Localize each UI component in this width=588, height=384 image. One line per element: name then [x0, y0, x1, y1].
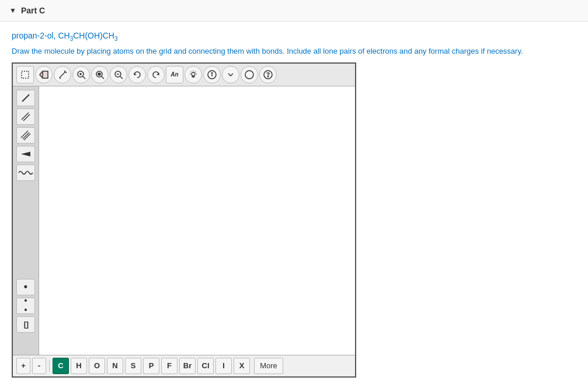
wavy-bond-button[interactable] [16, 165, 35, 181]
triple-bond-button[interactable] [16, 127, 35, 144]
element-cl-button[interactable]: Cl [197, 358, 214, 374]
element-p-button[interactable]: P [143, 358, 159, 374]
element-x-button[interactable]: X [234, 358, 250, 374]
divider [49, 360, 50, 372]
svg-point-16 [192, 72, 195, 76]
lone-pair-single-icon: • [24, 281, 27, 293]
help-button[interactable] [259, 66, 277, 83]
left-tools: • •• [ ] [13, 86, 39, 355]
double-bond-button[interactable] [16, 109, 35, 125]
light-button[interactable] [185, 66, 202, 83]
zoom-in-button[interactable] [72, 66, 90, 83]
canvas-area[interactable] [39, 86, 355, 355]
svg-marker-36 [21, 152, 30, 156]
svg-rect-23 [192, 76, 194, 77]
molecule-name-text: propan-2-ol, [12, 31, 56, 40]
svg-line-7 [83, 76, 85, 79]
single-bond-button[interactable] [16, 90, 35, 106]
svg-line-30 [22, 95, 29, 102]
lone-pair-double-icon: •• [25, 296, 27, 315]
molecule-formula: CH3CH(OH)CH3 [58, 31, 117, 40]
element-n-button[interactable]: N [107, 358, 123, 374]
svg-rect-0 [22, 71, 29, 78]
drawing-container: An [12, 62, 356, 378]
svg-line-22 [196, 72, 196, 72]
svg-line-14 [120, 76, 123, 79]
svg-point-26 [211, 72, 213, 74]
svg-line-4 [60, 78, 61, 79]
bottom-toolbar: + - C H O N S P F Br Cl I X More [13, 355, 355, 376]
element-h-button[interactable]: H [71, 358, 87, 374]
undo-button[interactable] [128, 66, 146, 83]
bracket-button[interactable]: [ ] [16, 316, 35, 333]
zoom-fit-button[interactable] [91, 66, 109, 83]
wedge-bond-button[interactable] [16, 146, 35, 162]
svg-point-12 [98, 73, 100, 75]
top-toolbar: An [13, 64, 355, 86]
element-c-button[interactable]: C [53, 358, 69, 374]
select-rect-button[interactable] [16, 66, 34, 83]
molecule-name: propan-2-ol, CH3CH(OH)CH3 [12, 31, 576, 42]
svg-point-27 [245, 71, 253, 79]
zoom-minus-button[interactable]: - [32, 358, 46, 374]
collapse-arrow-icon[interactable]: ▼ [9, 6, 16, 15]
svg-line-3 [60, 72, 65, 78]
drawing-body: • •• [ ] [13, 86, 355, 355]
lone-pair-double-button[interactable]: •• [16, 298, 35, 314]
info-button[interactable] [203, 66, 221, 83]
svg-marker-1 [40, 71, 48, 78]
element-i-button[interactable]: I [215, 358, 232, 374]
element-br-button[interactable]: Br [179, 358, 196, 374]
zoom-out-button[interactable] [110, 66, 127, 83]
part-label: Part C [21, 6, 45, 15]
dropdown-button[interactable] [222, 66, 239, 83]
bracket-icon: [ ] [24, 320, 27, 329]
redo-button[interactable] [147, 66, 165, 83]
element-f-button[interactable]: F [161, 358, 178, 374]
pencil-button[interactable] [54, 66, 71, 83]
zoom-plus-button[interactable]: + [16, 358, 30, 374]
lone-pair-single-button[interactable]: • [16, 279, 35, 295]
instruction-text: Draw the molecule by placing atoms on th… [12, 47, 576, 55]
template-button[interactable]: An [166, 66, 183, 83]
content-area: propan-2-ol, CH3CH(OH)CH3 Draw the molec… [0, 22, 588, 384]
svg-line-32 [23, 114, 30, 121]
svg-line-21 [191, 72, 192, 72]
element-o-button[interactable]: O [89, 358, 105, 374]
template-icon: An [171, 71, 178, 78]
page-container: ▼ Part C propan-2-ol, CH3CH(OH)CH3 Draw … [0, 0, 588, 384]
svg-point-29 [267, 76, 268, 76]
more-button[interactable]: More [254, 358, 283, 374]
erase-button[interactable] [35, 66, 53, 83]
part-header: ▼ Part C [0, 0, 588, 22]
element-s-button[interactable]: S [125, 358, 141, 374]
svg-line-11 [102, 76, 104, 79]
settings-button[interactable] [241, 66, 258, 83]
